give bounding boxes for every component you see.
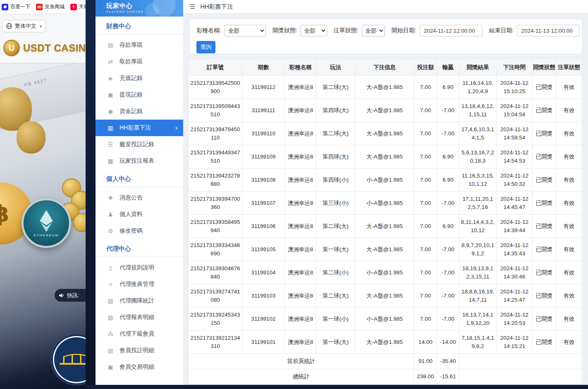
jd-icon: JD (36, 4, 43, 10)
lottery-select[interactable]: 全部 (225, 25, 266, 36)
cell-draw_status: 已開獎 (533, 284, 556, 307)
bookmarks-bar: 百度一下JD京东商城T天猫 (0, 0, 86, 14)
sidebar-item-label: 個人資料 (120, 211, 143, 218)
player-report-icon: ▦ (107, 158, 114, 164)
cell-bet_info: 大-A盤@1.985 (355, 99, 414, 122)
site-logo-text: USDT CASINO (23, 42, 86, 54)
cell-period: 31199112 (242, 76, 285, 99)
sidebar-item-withdrawal-record[interactable]: ▣提現記錄 (96, 86, 183, 103)
column-header: 注單狀態 (556, 59, 582, 76)
cell-result: 11,16,5,3,15,10,1,12 (459, 168, 497, 192)
bookmark-tmall[interactable]: T天猫 (70, 3, 86, 10)
end-date-input[interactable] (517, 25, 580, 36)
cell-draw_status: 已開獎 (533, 215, 556, 238)
cell-draw_status: 已開獎 (533, 192, 556, 215)
cell-play: 第二球(大) (316, 122, 355, 145)
cell-winloss: -7.00 (437, 238, 459, 261)
table-row: 215217313921213431031199101澳洲幸运8第一球(大)大-… (189, 331, 582, 354)
cell-time: 2024-11-12 14:15:21 (497, 331, 533, 354)
bookmark-jd[interactable]: JD京东商城 (36, 3, 65, 10)
cell-play: 第二球(大) (316, 76, 355, 99)
cell-play: 第一球(小) (316, 307, 355, 331)
sidebar-item-change-password[interactable]: ⚙修改密碼 (96, 223, 183, 239)
sidebar-item-profile[interactable]: ♟個人資料 (96, 206, 183, 223)
summary-amount: 91.00 (414, 354, 437, 369)
sidebar-item-member-bets[interactable]: ▤會員投註明細 (96, 342, 183, 359)
cell-order: 2152173139304676840 (189, 261, 242, 284)
cell-bet_info: 小-A盤@1.985 (355, 307, 414, 331)
cell-order: 2152173139212134310 (189, 331, 242, 354)
start-date-input[interactable] (420, 25, 483, 36)
cell-play: 第一球(大) (316, 238, 355, 261)
cell-play: 第四球(小) (316, 168, 355, 192)
cell-result: 5,6,13,16,7,20,18,3 (459, 145, 497, 168)
cell-order: 2152173139245343150 (189, 307, 242, 331)
summary-winloss: -35.40 (437, 354, 459, 369)
cell-bet_info: 小-A盤@1.985 (355, 261, 414, 284)
cell-lottery: 澳洲幸运8 (285, 307, 316, 331)
cell-order: 2152173139334346690 (189, 238, 242, 261)
cell-amount: 7.00 (414, 215, 437, 238)
cell-time: 2024-11-12 14:54:53 (497, 145, 533, 168)
cell-time: 2024-11-12 15:10:25 (497, 76, 533, 99)
cell-play: 第二球(大) (316, 284, 355, 307)
cell-lottery: 澳洲幸运8 (285, 331, 316, 354)
cell-bet_status: 有效 (556, 284, 582, 307)
column-header: 輸贏 (437, 59, 459, 76)
sidebar-section-heading: 財務中心 (96, 17, 183, 34)
sidebar-item-label: 玩家投注報表 (120, 157, 154, 165)
cell-lottery: 澳洲幸运8 (285, 261, 316, 284)
withdraw-icon: ⇄ (107, 58, 114, 65)
cell-lottery: 澳洲幸运8 (285, 76, 316, 99)
cell-play: 第二球(小) (316, 261, 355, 284)
cell-bet_status: 有效 (556, 307, 582, 331)
sidebar-item-agent-members[interactable]: ⁂代理下級會員 (96, 326, 183, 342)
sidebar-item-player-report[interactable]: ▦玩家投注報表 (96, 153, 183, 169)
bet-status-select[interactable]: 全部 (362, 25, 385, 36)
sidebar-item-label: 修改密碼 (120, 227, 143, 235)
cell-bet_status: 有效 (556, 145, 582, 168)
sidebar-item-agent-report[interactable]: ▨代理報表明細 (96, 309, 183, 326)
cell-winloss: 6.90 (437, 76, 459, 99)
bookmark-baidu[interactable]: 百度一下 (2, 3, 30, 10)
menu-toggle-icon[interactable]: ☰ (190, 3, 195, 10)
draw-status-select[interactable]: 全部 (301, 25, 327, 36)
sidebar-item-announcement[interactable]: ❖消息公告 (96, 190, 183, 206)
sidebar-item-lottery-bets[interactable]: ▥HH彩票下注› (96, 120, 183, 136)
column-header: 投注額 (414, 59, 437, 76)
cell-amount: 7.00 (414, 76, 437, 99)
cell-result: 18,8,6,16,19,14,7,11 (459, 284, 497, 307)
cell-order: 2152173139358495940 (189, 215, 242, 238)
cell-bet_info: 大-A盤@1.985 (355, 122, 414, 145)
sidebar-item-room-bets[interactable]: ☰廳室投註記錄 (96, 136, 183, 153)
sidebar-item-agent-rules[interactable]: ▯代理規則說明 (96, 259, 183, 276)
sidebar-item-agent-team-stats[interactable]: ▧代理團隊統計 (96, 293, 183, 309)
withdrawal-record-icon: ▣ (107, 91, 114, 98)
sidebar-item-recharge-record[interactable]: ◈充值記錄 (96, 70, 183, 86)
summary-filler (459, 369, 582, 384)
sidebar-item-withdraw[interactable]: ⇄取款專區 (96, 53, 183, 70)
cell-time: 2024-11-12 14:45:47 (497, 192, 533, 215)
cell-lottery: 澳洲幸运8 (285, 238, 316, 261)
language-selector[interactable]: 繁体中文 ▾ (2, 20, 46, 32)
cell-bet_info: 大-A盤@1.985 (355, 331, 414, 354)
sidebar-title: 玩家中心 (106, 2, 183, 10)
cell-bet_info: 大-A盤@1.985 (355, 284, 414, 307)
cell-winloss: 6.90 (437, 215, 459, 238)
cell-order: 2152173139423278680 (189, 168, 242, 192)
cell-winloss: 6.90 (437, 168, 459, 192)
sidebar-item-member-transactions[interactable]: ▣會員交易明細 (96, 359, 183, 375)
table-row: 215217313935849594031199106澳洲幸运8第二球(大)大-… (189, 215, 582, 238)
cell-period: 31199102 (242, 307, 285, 331)
cell-time: 2024-11-12 14:20:53 (497, 307, 533, 331)
bookmark-label: 京东商城 (45, 3, 65, 10)
sidebar-item-deposit[interactable]: ▤存款專區 (96, 37, 183, 53)
search-button[interactable]: 查詢 (196, 41, 215, 53)
language-label: 繁体中文 (15, 22, 36, 30)
sidebar-item-agent-promotion[interactable]: ≺代理推廣管理 (96, 276, 183, 293)
cell-result: 11,16,14,10,1,20,4,9 (459, 76, 497, 99)
cell-lottery: 澳洲幸运8 (285, 122, 316, 145)
cell-result: 18,19,13,9,12,3,15,11 (459, 261, 497, 284)
sidebar-header: 玩家中心 PLAYERS CENTER (96, 0, 183, 17)
sidebar-item-funds-record[interactable]: ◉資金記錄 (96, 103, 183, 120)
